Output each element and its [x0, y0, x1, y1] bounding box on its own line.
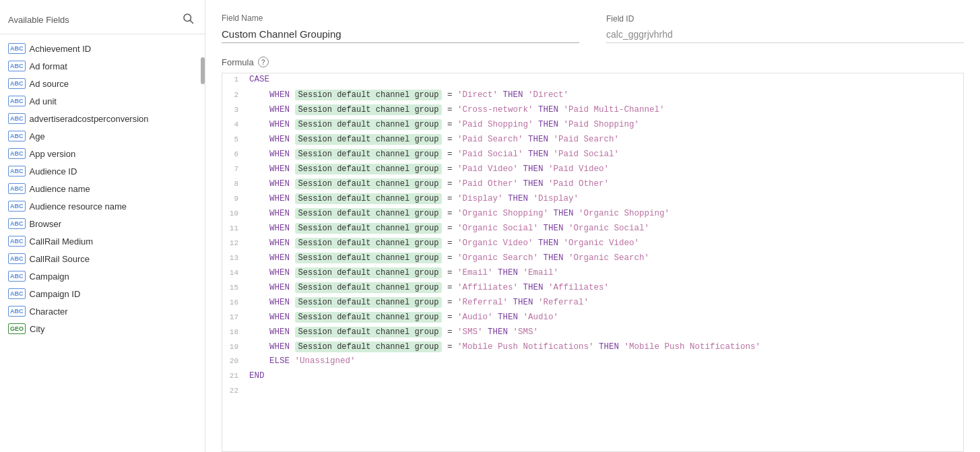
field-item[interactable]: ABCAudience resource name [0, 197, 205, 215]
line-number: 18 [222, 327, 247, 336]
else-value: 'Unassigned' [295, 356, 356, 366]
keyword-when: WHEN [269, 238, 290, 248]
result-value: 'SMS' [513, 327, 538, 337]
condition-value: 'Direct' [457, 90, 498, 100]
field-item[interactable]: ABCAd unit [0, 92, 205, 110]
line-number: 15 [222, 282, 247, 292]
line-number: 5 [222, 134, 247, 143]
keyword-then: THEN [553, 209, 573, 218]
chip-field: Session default channel group [295, 193, 443, 204]
result-value: 'Paid Social' [554, 150, 620, 159]
field-item[interactable]: ABCApp version [0, 145, 205, 162]
condition-value: 'Display' [457, 194, 503, 203]
field-item[interactable]: GEOCity [0, 320, 205, 337]
condition-value: 'Paid Video' [457, 164, 518, 174]
field-name-input[interactable] [222, 26, 579, 43]
field-label: Browser [30, 219, 62, 229]
svg-line-1 [190, 20, 193, 23]
keyword-when: WHEN [269, 194, 290, 203]
line-content: WHEN Session default channel group = 'Pa… [247, 148, 963, 160]
field-item[interactable]: ABCCampaign ID [0, 285, 205, 302]
code-line: 11 WHEN Session default channel group = … [222, 222, 963, 236]
keyword-when: WHEN [269, 224, 290, 233]
code-line: 19 WHEN Session default channel group = … [222, 340, 963, 355]
result-value: 'Paid Search' [554, 135, 620, 144]
help-icon[interactable]: ? [258, 57, 269, 67]
code-line: 4 WHEN Session default channel group = '… [222, 118, 963, 133]
chip-field: Session default channel group [295, 149, 443, 160]
chip-field: Session default channel group [295, 327, 443, 337]
field-item[interactable]: ABCAudience ID [0, 162, 205, 180]
sidebar-scrollbar[interactable] [201, 57, 205, 84]
line-content: WHEN Session default channel group = 'Af… [247, 282, 963, 294]
field-id-value: calc_gggrjvhrhd [606, 26, 964, 43]
field-badge: ABC [8, 96, 26, 106]
field-badge: ABC [8, 113, 26, 124]
chip-field: Session default channel group [295, 164, 443, 174]
field-name-label: Field Name [222, 13, 579, 23]
field-id-label: Field ID [606, 14, 964, 24]
line-content: WHEN Session default channel group = 'Or… [247, 237, 963, 249]
field-item[interactable]: ABCAchievement ID [0, 40, 205, 57]
code-line: 9 WHEN Session default channel group = '… [222, 192, 963, 207]
keyword-then: THEN [498, 268, 518, 278]
keyword-when: WHEN [269, 90, 290, 100]
result-value: 'Email' [523, 268, 558, 278]
field-item[interactable]: ABCAd source [0, 75, 205, 92]
condition-value: 'Organic Shopping' [457, 209, 548, 218]
field-id-group: Field ID calc_gggrjvhrhd [606, 14, 964, 43]
field-label: CallRail Medium [30, 236, 94, 247]
sidebar-list: ABCAchievement IDABCAd formatABCAd sourc… [0, 37, 205, 452]
field-badge: ABC [8, 61, 26, 71]
field-badge: ABC [8, 78, 26, 89]
line-number: 6 [222, 149, 247, 158]
field-badge: ABC [8, 306, 26, 317]
field-badge: ABC [8, 166, 26, 176]
sidebar-divider [0, 34, 205, 34]
code-line: 2 WHEN Session default channel group = '… [222, 88, 963, 103]
line-content: WHEN Session default channel group = 'Cr… [247, 104, 963, 116]
main-content: Field Name Field ID calc_gggrjvhrhd Form… [205, 0, 980, 452]
field-item[interactable]: ABCCallRail Medium [0, 232, 205, 250]
field-badge: ABC [8, 131, 26, 141]
field-item[interactable]: ABCAudience name [0, 180, 205, 197]
line-content: WHEN Session default channel group = 'Di… [247, 89, 963, 101]
chip-field: Session default channel group [295, 342, 443, 352]
op-eq: = [447, 150, 457, 159]
line-number: 9 [222, 193, 247, 203]
line-number: 13 [222, 253, 247, 262]
keyword-then: THEN [498, 313, 518, 322]
op-eq: = [447, 135, 457, 144]
field-item[interactable]: ABCCampaign [0, 267, 205, 285]
field-name-group: Field Name [222, 13, 579, 43]
keyword-when: WHEN [269, 268, 290, 278]
line-number: 21 [222, 370, 247, 380]
condition-value: 'Paid Shopping' [457, 120, 533, 129]
field-item[interactable]: ABCAge [0, 127, 205, 145]
search-icon [182, 12, 194, 24]
condition-value: 'Affiliates' [457, 283, 518, 292]
field-label: City [30, 324, 44, 334]
field-item[interactable]: ABCCharacter [0, 302, 205, 320]
op-eq: = [447, 313, 457, 322]
code-editor[interactable]: 1CASE2 WHEN Session default channel grou… [222, 73, 964, 452]
field-badge: ABC [8, 183, 26, 194]
op-eq: = [447, 105, 457, 115]
field-item[interactable]: ABCadvertiseradcostperconversion [0, 110, 205, 127]
field-item[interactable]: ABCCallRail Source [0, 250, 205, 267]
field-item[interactable]: ABCBrowser [0, 215, 205, 232]
keyword-then: THEN [528, 150, 548, 159]
chip-field: Session default channel group [295, 104, 443, 115]
field-item[interactable]: ABCAd format [0, 57, 205, 75]
chip-field: Session default channel group [295, 267, 443, 278]
line-number: 11 [222, 223, 247, 232]
result-value: 'Paid Shopping' [564, 120, 640, 129]
field-badge: ABC [8, 288, 26, 299]
formula-label: Formula ? [222, 57, 964, 67]
condition-value: 'Email' [457, 268, 493, 278]
op-eq: = [447, 342, 457, 352]
line-content: WHEN Session default channel group = 'Au… [247, 311, 963, 323]
code-line: 20 ELSE 'Unassigned' [222, 355, 963, 370]
search-button[interactable] [179, 11, 197, 28]
op-eq: = [447, 268, 457, 278]
